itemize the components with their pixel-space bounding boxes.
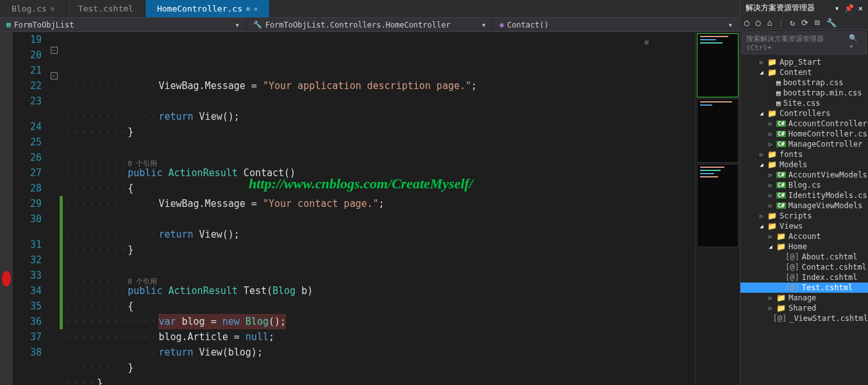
breakpoint-gutter[interactable] <box>0 32 13 385</box>
expand-arrow-icon[interactable]: ▷ <box>758 59 765 65</box>
folder-icon: 📁 <box>767 58 777 67</box>
expand-arrow-icon[interactable]: ◢ <box>767 243 774 250</box>
expand-arrow-icon[interactable]: ▷ <box>767 141 774 147</box>
tree-item[interactable]: ◢📁Models <box>740 160 868 170</box>
forward-icon[interactable]: ◯ <box>756 18 761 28</box>
tree-item-label: fonts <box>780 150 803 159</box>
tree-item-label: Content <box>780 68 812 77</box>
tree-item[interactable]: ◢📁Views <box>740 221 868 231</box>
tree-item[interactable]: ◢📁Content <box>740 67 868 78</box>
search-icon[interactable]: 🔍▾ <box>849 34 862 52</box>
breadcrumb-label: FormToObjList.Controllers.HomeController <box>265 20 451 29</box>
expand-arrow-icon[interactable]: ◢ <box>758 69 765 76</box>
tree-item[interactable]: ▷C#Blog.cs <box>740 180 868 190</box>
expand-arrow-icon[interactable]: ▷ <box>767 172 774 178</box>
close-icon[interactable]: ✕ <box>858 4 863 13</box>
breadcrumb-method[interactable]: ◉ Contact() ▾ <box>493 19 740 31</box>
tree-item[interactable]: ▷C#ManageController <box>740 139 868 149</box>
tree-item[interactable]: ▷C#HomeController.cs <box>740 129 868 139</box>
code-content[interactable]: http://www.cnblogs.com/CreateMyself/ ···… <box>63 32 695 385</box>
tree-item[interactable]: ▷📁Scripts <box>740 211 868 221</box>
expand-arrow-icon[interactable]: ◢ <box>758 161 765 168</box>
folder-icon: 📁 <box>767 150 777 159</box>
expand-arrow-icon[interactable]: ▷ <box>767 295 774 301</box>
expand-arrow-icon[interactable]: ◢ <box>758 223 765 229</box>
expand-arrow-icon[interactable]: ▷ <box>758 213 765 219</box>
tree-item[interactable]: ▷C#IdentityModels.cs <box>740 190 868 201</box>
fold-margin[interactable]: −− <box>48 32 60 385</box>
tree-item-label: ManageViewModels <box>789 201 863 210</box>
csharp-icon: C# <box>776 192 786 199</box>
close-icon[interactable]: ✕ <box>254 5 258 12</box>
folder-icon: 📁 <box>767 109 777 118</box>
tree-item-label: Account <box>789 232 821 241</box>
solution-explorer-header: 解决方案资源管理器 ▾ 📌 ✕ <box>740 0 868 16</box>
breadcrumb-class[interactable]: 🔧 FormToObjList.Controllers.HomeControll… <box>247 19 494 31</box>
expand-arrow-icon[interactable]: ▷ <box>767 305 774 311</box>
editor-container: 1920212223242526272829303132333435363738… <box>0 32 740 385</box>
code-minimap[interactable] <box>695 32 740 385</box>
tree-item[interactable]: ◢📁Home <box>740 242 868 252</box>
expand-arrow-icon[interactable]: ▷ <box>767 233 774 240</box>
collapse-icon[interactable]: ⊟ <box>815 18 820 28</box>
dropdown-icon[interactable]: ▾ <box>835 4 839 13</box>
tree-item[interactable]: ▷📁Manage <box>740 293 868 303</box>
expand-arrow-icon[interactable]: ◢ <box>758 110 765 117</box>
tree-item-label: Blog.cs <box>789 181 821 190</box>
tree-item[interactable]: [@]_ViewStart.cshtml <box>740 313 868 324</box>
expand-arrow-icon[interactable]: ▷ <box>767 192 774 199</box>
tab-test-cshtml[interactable]: Test.cshtml <box>67 0 146 17</box>
search-placeholder: 搜索解决方案资源管理器(Ctrl+ <box>746 34 849 52</box>
tree-item-label: AccountViewModels <box>789 170 867 179</box>
sync-icon[interactable]: ↻ <box>790 18 795 28</box>
breakpoint-icon[interactable] <box>2 271 11 286</box>
csharp-icon: C# <box>776 202 786 209</box>
folder-icon: 📁 <box>767 211 777 220</box>
expand-arrow-icon[interactable]: ▷ <box>767 202 774 209</box>
fold-toggle[interactable]: − <box>51 72 58 79</box>
code-area[interactable]: 1920212223242526272829303132333435363738… <box>0 32 695 385</box>
tree-item-label: Shared <box>789 304 816 313</box>
tree-item[interactable]: ▷📁Shared <box>740 303 868 313</box>
tab-blog-cs[interactable]: Blog.cs ⊕ <box>0 0 67 17</box>
expand-arrow-icon[interactable]: ▷ <box>767 182 774 188</box>
tree-item-label: About.cshtml <box>802 252 858 261</box>
expand-arrow-icon[interactable]: ▷ <box>767 131 774 137</box>
solution-tree[interactable]: ▷📁App_Start◢📁Content▤bootstrap.css▤boots… <box>740 56 868 385</box>
tree-item[interactable]: ▷C#AccountController <box>740 119 868 129</box>
refresh-icon[interactable]: ⟳ <box>801 18 808 28</box>
tree-item[interactable]: ◢📁Controllers <box>740 108 868 119</box>
tree-item[interactable]: ▷C#ManageViewModels <box>740 201 868 211</box>
solution-explorer-search[interactable]: 搜索解决方案资源管理器(Ctrl+ 🔍▾ <box>742 31 867 54</box>
tab-homecontroller-cs[interactable]: HomeController.cs ⊕ ✕ <box>146 0 270 17</box>
tree-item[interactable]: ▷📁fonts <box>740 149 868 160</box>
tree-item[interactable]: ▷📁App_Start <box>740 57 868 67</box>
tree-item[interactable]: ▷C#AccountViewModels <box>740 170 868 180</box>
pin-icon[interactable]: ⊕ <box>51 5 54 12</box>
tree-item[interactable]: [@]About.cshtml <box>740 252 868 262</box>
back-icon[interactable]: ◯ <box>744 18 749 28</box>
tree-item[interactable]: ▤Site.css <box>740 98 868 108</box>
fold-toggle[interactable]: − <box>51 47 58 54</box>
expand-arrow-icon[interactable]: ▷ <box>767 120 774 127</box>
view-icon: [@] <box>785 283 799 292</box>
folder-icon: 📁 <box>776 232 786 241</box>
css-icon: ▤ <box>776 79 781 87</box>
pin-icon[interactable]: ⊕ <box>246 5 250 12</box>
breadcrumb-project[interactable]: ▦ FormToObjList ▾ <box>0 19 247 31</box>
csharp-icon: C# <box>776 182 786 188</box>
tree-item[interactable]: ▤bootstrap.min.css <box>740 88 868 98</box>
home-icon[interactable]: ⌂ <box>767 18 772 28</box>
tree-item[interactable]: [@]Contact.cshtml <box>740 262 868 272</box>
breadcrumb-label: Contact() <box>507 20 549 29</box>
pin-icon[interactable]: 📌 <box>844 4 854 13</box>
panel-controls: ▾ 📌 ✕ <box>835 4 863 13</box>
tree-item[interactable]: ▷📁Account <box>740 231 868 242</box>
tree-item[interactable]: ▤bootstrap.css <box>740 78 868 88</box>
expand-arrow-icon[interactable]: ▷ <box>758 151 765 158</box>
split-handle-icon[interactable]: ≡ <box>644 35 649 50</box>
tree-item-label: Controllers <box>780 109 830 118</box>
tree-item[interactable]: [@]Test.cshtml <box>740 283 868 293</box>
properties-icon[interactable]: 🔧 <box>826 18 837 28</box>
tree-item[interactable]: [@]Index.cshtml <box>740 272 868 283</box>
